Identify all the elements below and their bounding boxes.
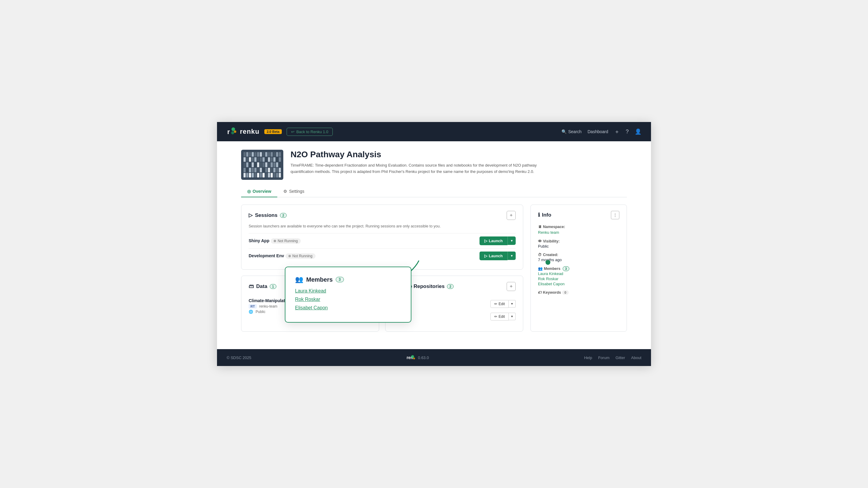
tab-overview[interactable]: ◎ Overview	[241, 186, 277, 197]
play-icon-dev: ▷	[484, 254, 487, 258]
session-status-shiny: Not Running	[271, 238, 301, 244]
beta-badge: 2.0 Beta	[264, 129, 282, 134]
member-link-0[interactable]: Laura Kinkead	[538, 271, 619, 276]
info-icon: ℹ	[538, 212, 540, 218]
data-card: 🗃 Data 1 ＋ Climate-Manipulation RT renku…	[241, 275, 379, 332]
rt-badge: RT	[249, 304, 257, 308]
header-right: 🔍 Search Dashboard ＋ ? 👤	[561, 128, 641, 135]
project-title: N2O Pathway Analysis	[290, 150, 550, 159]
edit-main-1[interactable]: ✏ Edit	[490, 300, 509, 308]
visibility-row: 👁 Visibility: Public	[538, 239, 619, 249]
keywords-count-badge: 0	[562, 290, 569, 295]
app-footer: © SDSC 2025 ren 0.63.0 Help Forum Gitter…	[217, 349, 651, 366]
status-dot	[274, 240, 276, 242]
user-button[interactable]: 👤	[635, 128, 641, 135]
data-item-visibility: 🌐 Public	[249, 310, 372, 314]
tab-settings[interactable]: ⚙ Settings	[277, 186, 310, 197]
members-list: Laura Kinkead Rok Roskar Elisabet Capon	[538, 271, 619, 286]
data-icon: 🗃	[249, 284, 254, 290]
project-info: N2O Pathway Analysis TimeFRAME: Time-dep…	[290, 150, 550, 175]
svg-point-4	[231, 131, 234, 134]
edit-caret-2[interactable]: ▾	[509, 313, 516, 320]
info-card-title: ℹ Info	[538, 212, 551, 218]
sessions-note: Session launchers are available to every…	[249, 224, 516, 228]
session-status-dev: Not Running	[285, 253, 315, 259]
launch-caret-shiny[interactable]: ▾	[507, 236, 516, 245]
status-dot-dev	[288, 255, 291, 257]
launch-btn-dev: ▷ Launch ▾	[479, 252, 516, 260]
edit-main-2[interactable]: ✏ Edit	[490, 313, 509, 321]
add-repo-button[interactable]: ＋	[507, 282, 516, 291]
back-icon: ↩	[291, 130, 294, 134]
keywords-icon: 🏷	[538, 290, 543, 295]
sessions-icon: ▷	[249, 212, 253, 218]
svg-text:r: r	[227, 128, 230, 135]
footer-about-link[interactable]: About	[631, 355, 641, 360]
footer-help-link[interactable]: Help	[584, 355, 592, 360]
project-description: TimeFRAME: Time-dependent Fractionation …	[290, 162, 550, 175]
header-left: r renku 2.0 Beta ↩ Back to Renku 1.0	[227, 126, 333, 137]
footer-logo-icon: ren	[407, 354, 415, 361]
created-value: 7 months ago	[538, 258, 619, 262]
edit-btn-2: ✏ Edit ▾	[490, 313, 516, 321]
settings-icon: ⚙	[283, 189, 287, 194]
data-card-header: 🗃 Data 1 ＋	[249, 282, 372, 291]
data-title: 🗃 Data 1	[249, 284, 276, 290]
launch-main-shiny[interactable]: ▷ Launch	[479, 236, 507, 245]
sessions-count-badge: 2	[280, 213, 287, 218]
svg-point-7	[413, 358, 415, 359]
search-link[interactable]: 🔍 Search	[561, 129, 581, 134]
code-repo-items: — ✏ Edit ▾ —	[393, 295, 516, 325]
repo-row-2: — ✏ Edit ▾	[393, 310, 516, 323]
launch-main-dev[interactable]: ▷ Launch	[479, 252, 507, 260]
edit-caret-1[interactable]: ▾	[509, 300, 516, 307]
app-header: r renku 2.0 Beta ↩ Back to Renku 1.0 🔍 S…	[217, 122, 651, 141]
logo-area: r renku	[227, 126, 259, 137]
add-data-button[interactable]: ＋	[363, 282, 372, 291]
add-button[interactable]: ＋	[614, 128, 620, 135]
footer-gitter-link[interactable]: Gitter	[615, 355, 625, 360]
code-repos-count-badge: 2	[447, 284, 454, 289]
repo-name-2: —	[393, 314, 397, 319]
session-name-dev: Development Env Not Running	[249, 253, 315, 259]
content-grid: ▷ Sessions 2 ＋ Session launchers are ava…	[241, 204, 627, 332]
session-name-shiny: Shiny App Not Running	[249, 238, 301, 244]
namespace-link[interactable]: Renku team	[538, 230, 559, 235]
footer-center: ren 0.63.0	[407, 354, 429, 361]
launch-btn-shiny: ▷ Launch ▾	[479, 236, 516, 245]
session-row-shiny: Shiny App Not Running ▷ Launch ▾	[249, 233, 516, 248]
data-item: Climate-Manipulation RT renku-team 🌐 Pub…	[249, 295, 372, 317]
launch-caret-dev[interactable]: ▾	[507, 252, 516, 260]
sessions-card-header: ▷ Sessions 2 ＋	[249, 211, 516, 220]
namespace-row: 🖥 Namespace: Renku team	[538, 225, 619, 235]
overview-icon: ◎	[247, 189, 251, 194]
info-card: ℹ Info ⋮ 🖥 Namespace: Renku team 👁	[530, 204, 627, 332]
namespace-icon: 🖥	[538, 225, 543, 229]
sessions-title: ▷ Sessions 2	[249, 212, 287, 218]
project-header: N2O Pathway Analysis TimeFRAME: Time-dep…	[241, 141, 627, 186]
project-tabs: ◎ Overview ⚙ Settings	[241, 186, 627, 197]
dashboard-link[interactable]: Dashboard	[587, 129, 608, 134]
member-link-1[interactable]: Rok Roskar	[538, 276, 619, 281]
footer-links: Help Forum Gitter About	[584, 355, 641, 360]
back-to-renku-button[interactable]: ↩ Back to Renku 1.0	[287, 128, 333, 136]
members-row: 👥 Members 3 Laura Kinkead Rok Roskar Eli…	[538, 266, 619, 286]
data-item-meta: RT renku-team	[249, 304, 372, 308]
help-button[interactable]: ?	[626, 129, 629, 135]
info-options-button[interactable]: ⋮	[611, 211, 619, 219]
edit-btn-1: ✏ Edit ▾	[490, 300, 516, 308]
renku-logo-icon: r	[227, 126, 238, 137]
add-session-button[interactable]: ＋	[507, 211, 516, 220]
repo-name-1: —	[393, 301, 397, 306]
globe-icon: 🌐	[249, 310, 253, 314]
created-row: ⏱ Created: 7 months ago	[538, 253, 619, 262]
visibility-icon: 👁	[538, 239, 543, 243]
data-count-badge: 1	[270, 284, 276, 289]
repo-row-1: — ✏ Edit ▾	[393, 298, 516, 310]
code-repos-card: ⊞ Code Repositories 2 ＋ —	[385, 275, 523, 332]
code-repos-header: ⊞ Code Repositories 2 ＋	[393, 282, 516, 291]
footer-forum-link[interactable]: Forum	[598, 355, 610, 360]
data-item-name: Climate-Manipulation	[249, 298, 372, 303]
member-link-2[interactable]: Elisabet Capon	[538, 282, 619, 286]
code-icon: ⊞	[393, 283, 397, 290]
